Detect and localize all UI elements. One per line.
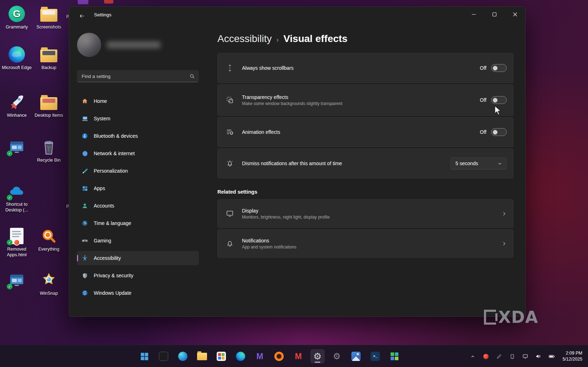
sidebar-item-apps[interactable]: Apps [77,181,199,195]
xda-logo-mark [484,310,496,325]
taskbar-app-copilot[interactable] [176,349,190,363]
windows-logo-icon [140,352,149,361]
setting-card-always-show-scrollbars: Always show scrollbars Off [217,53,514,83]
desktop-icon-everything[interactable]: Everything [33,227,64,252]
desktop-icon-app-shortcut-1[interactable]: ✓ [1,138,32,156]
setting-card-animation-effects: Animation effects Off [217,117,514,147]
network-button[interactable] [521,351,530,362]
bluetooth-icon [81,133,88,139]
titlebar: Settings [69,7,525,25]
sidebar-item-time-language[interactable]: Time & language [77,216,199,230]
taskbar-app-settings[interactable]: ⚙ [310,349,325,363]
related-card-display[interactable]: Display Monitors, brightness, night ligh… [217,199,514,228]
taskbar-app-microsoft-365[interactable] [214,349,228,363]
desktop-icon-label: Removed Apps.html [1,247,32,258]
desktop-icon-removed-apps[interactable]: ✓ Removed Apps.html [1,227,32,258]
sidebar-item-accessibility[interactable]: Accessibility [77,251,199,265]
toggle-knob [493,98,497,103]
accessibility-person-icon [81,255,88,261]
desktop-icon-recycle-bin[interactable]: Recycle Bin [33,138,64,163]
taskbar-app-mail[interactable]: M [253,349,267,363]
sidebar-item-label: Windows Update [94,290,131,296]
system-icon [81,115,88,122]
sidebar-item-label: Apps [94,185,105,191]
animation-effects-toggle[interactable] [491,128,507,136]
clock-icon [81,220,88,226]
taskbar-app-edge[interactable] [233,349,248,363]
rocket-icon [8,93,26,111]
desktop-icon-desktop-items[interactable]: Desktop Items [33,93,64,119]
related-card-notifications[interactable]: Notifications App and system notificatio… [217,229,514,258]
taskbar-app-powershell[interactable]: >_ [368,349,382,363]
tray-app-red[interactable] [481,351,490,362]
search-box[interactable] [77,70,199,82]
desktop-icon-winhance[interactable]: Winhance [1,93,32,119]
setting-card-dismiss-notifications: Dismiss notifications after this amount … [217,148,514,178]
taskbar-app-file-explorer[interactable] [195,349,209,363]
desktop-icon-app-shortcut-2[interactable]: ✓ [1,271,32,289]
battery-button[interactable] [547,351,556,362]
tray-pen[interactable] [494,351,504,362]
transparency-effects-toggle[interactable] [491,96,507,104]
desktop-icon-screenshots[interactable]: Screenshots [33,5,64,30]
start-button[interactable] [137,349,151,363]
desktop-icon-label: Winhance [7,113,27,119]
home-icon [81,98,88,104]
sidebar-item-bluetooth-devices[interactable]: Bluetooth & devices [77,129,199,143]
settings-gear-icon: ⚙ [313,351,321,362]
desktop-icon-grammarly[interactable]: G Grammarly [1,5,32,30]
related-title: Notifications [242,238,296,243]
desktop-icon-shortcut-to-desktop[interactable]: ✓ Shortcut to Desktop (... [1,182,32,213]
sidebar-item-windows-update[interactable]: Windows Update [77,286,199,300]
taskbar-app-photos[interactable] [349,349,363,363]
sidebar-item-personalization[interactable]: Personalization [77,164,199,178]
battery-icon [548,353,555,360]
animation-icon [225,128,234,136]
chevron-down-icon [497,161,502,166]
sidebar-item-home[interactable]: Home [77,94,199,108]
desktop-icon-label: Backup [41,65,56,71]
desktop: G Grammarly Screenshots Microsoft Edge B… [0,0,588,367]
system-tray: 2:09 PM 5/12/2025 [468,345,584,367]
related-title: Display [242,208,330,214]
taskbar-app-browser-orange[interactable] [272,349,286,363]
taskbar-app-dark[interactable] [156,349,171,363]
tray-device[interactable] [507,351,517,362]
desktop-icon-microsoft-edge[interactable]: Microsoft Edge [1,46,32,71]
search-input[interactable] [82,74,190,79]
chevron-right-icon [501,241,507,246]
setting-title: Transparency effects [242,94,342,100]
breadcrumb-accessibility[interactable]: Accessibility [217,33,272,44]
toggle-state-label: Off [480,65,486,71]
user-name-redacted [107,41,160,48]
maximize-button[interactable] [484,7,505,22]
volume-button[interactable] [534,351,543,362]
xda-watermark: XDA [484,308,538,327]
taskbar-app-settings-dark[interactable]: ⚙ [330,349,344,363]
desktop-icon-winsnap[interactable]: WinSnap [33,271,64,297]
sidebar-item-gaming[interactable]: Gaming [77,234,199,248]
sidebar-item-privacy-security[interactable]: Privacy & security [77,268,199,283]
sidebar-item-system[interactable]: System [77,111,199,126]
sidebar-item-accounts[interactable]: Accounts [77,199,199,213]
desktop-icon-backup[interactable]: Backup [33,46,64,71]
folder-icon [40,5,58,23]
back-button[interactable] [76,10,88,22]
taskbar-clock[interactable]: 2:09 PM 5/12/2025 [560,349,584,364]
taskbar-app-gmail[interactable]: M [291,349,305,363]
main-panel: Accessibility › Visual effects [204,25,525,316]
clock-time: 2:09 PM [562,350,582,357]
toggle-knob [493,66,497,70]
always-show-scrollbars-toggle[interactable] [491,64,507,72]
search-icon [190,74,195,79]
hidden-icons-chevron[interactable] [468,351,477,362]
page-title: Visual effects [283,33,347,44]
minimize-button[interactable] [463,7,484,22]
edge-icon [8,46,26,63]
user-profile[interactable] [77,32,199,57]
taskbar-app-colorful[interactable] [387,349,402,363]
close-button[interactable] [505,7,525,22]
xda-logo-text: XDA [498,308,538,327]
sidebar-item-network-internet[interactable]: Network & internet [77,146,199,161]
dismiss-time-dropdown[interactable]: 5 seconds [450,157,507,169]
